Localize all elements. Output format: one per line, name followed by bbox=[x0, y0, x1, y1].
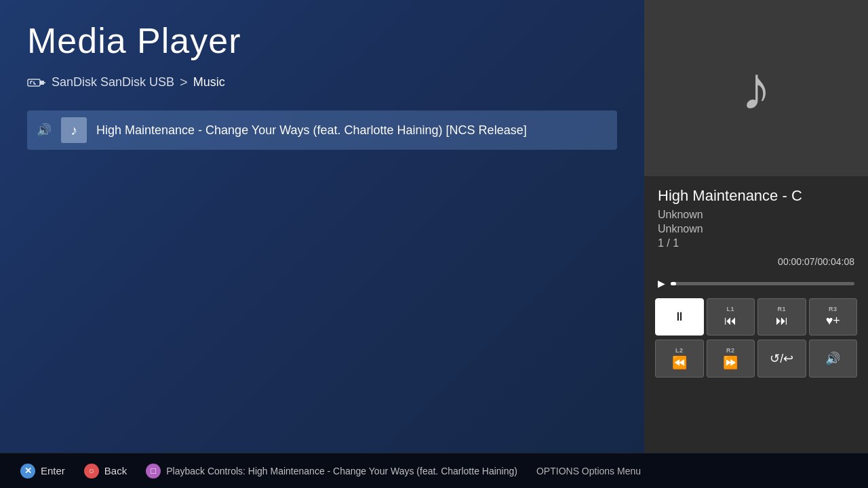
prev-button[interactable]: L1 ⏮ bbox=[707, 298, 755, 336]
playback-label: Playback Controls: High Maintenance - Ch… bbox=[166, 466, 517, 476]
breadcrumb-device: SanDisk SanDisk USB bbox=[52, 75, 174, 89]
bottom-bar: ✕ Enter ○ Back □ Playback Controls: High… bbox=[0, 453, 868, 488]
track-name: High Maintenance - Change Your Ways (fea… bbox=[96, 123, 527, 138]
volume-ctrl-icon: 🔊 bbox=[825, 351, 840, 366]
next-label: R1 bbox=[777, 306, 786, 312]
play-indicator: ▶ bbox=[658, 278, 665, 289]
prev-label: L1 bbox=[726, 306, 734, 312]
controls-row1: ⏸ L1 ⏮ R1 ⏭ R3 ♥+ bbox=[644, 298, 868, 340]
album-art-icon: ♪ bbox=[741, 54, 772, 123]
now-playing-artist: Unknown bbox=[658, 209, 854, 221]
svg-rect-1 bbox=[40, 81, 44, 85]
music-note-badge: ♪ bbox=[61, 117, 87, 143]
volume-button[interactable]: 🔊 bbox=[809, 340, 858, 378]
app-title: Media Player bbox=[27, 20, 617, 61]
back-label: Back bbox=[104, 465, 127, 476]
playback-action: □ Playback Controls: High Maintenance - … bbox=[146, 464, 517, 479]
track-list: 🔊 ♪ High Maintenance - Change Your Ways … bbox=[27, 110, 617, 432]
time-display: 00:00:07/00:04:08 bbox=[658, 256, 854, 267]
now-playing-album: Unknown bbox=[658, 223, 854, 235]
repeat-icon: ↺/↩ bbox=[770, 351, 793, 366]
album-art: ♪ bbox=[644, 0, 868, 176]
breadcrumb-current: Music bbox=[193, 75, 225, 89]
breadcrumb-separator: > bbox=[180, 75, 188, 90]
progress-bar-fill bbox=[671, 282, 676, 285]
next-icon: ⏭ bbox=[776, 314, 788, 328]
pause-icon: ⏸ bbox=[673, 310, 686, 324]
repeat-button[interactable]: ↺/↩ bbox=[757, 340, 806, 378]
favorite-button[interactable]: R3 ♥+ bbox=[809, 298, 858, 336]
next-button[interactable]: R1 ⏭ bbox=[757, 298, 806, 336]
right-panel: ♪ High Maintenance - C Unknown Unknown 1… bbox=[644, 0, 868, 453]
usb-icon bbox=[27, 76, 46, 89]
prev-icon: ⏮ bbox=[724, 314, 736, 328]
now-playing-count: 1 / 1 bbox=[658, 237, 854, 249]
left-panel: Media Player SanDisk SanDisk USB > Music bbox=[0, 0, 644, 453]
enter-action: ✕ Enter bbox=[20, 464, 65, 479]
enter-label: Enter bbox=[41, 465, 65, 476]
now-playing-title: High Maintenance - C bbox=[658, 187, 854, 205]
favorite-icon: ♥+ bbox=[826, 314, 840, 328]
rewind-button[interactable]: L2 ⏪ bbox=[655, 340, 704, 378]
rewind-label: L2 bbox=[675, 347, 684, 354]
back-action: ○ Back bbox=[84, 464, 127, 479]
o-button-icon: ○ bbox=[84, 464, 99, 479]
track-info: High Maintenance - C Unknown Unknown 1 /… bbox=[644, 176, 868, 278]
fastforward-label: R2 bbox=[726, 347, 735, 354]
pause-button[interactable]: ⏸ bbox=[655, 298, 704, 336]
x-button-icon: ✕ bbox=[20, 464, 35, 479]
main-container: Media Player SanDisk SanDisk USB > Music bbox=[0, 0, 868, 453]
volume-icon: 🔊 bbox=[37, 123, 52, 138]
rewind-icon: ⏪ bbox=[672, 355, 687, 370]
fastforward-icon: ⏩ bbox=[723, 355, 738, 370]
progress-bar[interactable] bbox=[671, 282, 854, 285]
track-item[interactable]: 🔊 ♪ High Maintenance - Change Your Ways … bbox=[27, 110, 617, 150]
progress-bar-container: ▶ bbox=[644, 278, 868, 289]
breadcrumb: SanDisk SanDisk USB > Music bbox=[27, 75, 617, 90]
controls-row2: L2 ⏪ R2 ⏩ ↺/↩ 🔊 bbox=[644, 340, 868, 382]
fastforward-button[interactable]: R2 ⏩ bbox=[707, 340, 755, 378]
options-label: OPTIONS Options Menu bbox=[536, 466, 641, 476]
sq-button-icon: □ bbox=[146, 464, 161, 479]
favorite-label: R3 bbox=[829, 306, 837, 312]
